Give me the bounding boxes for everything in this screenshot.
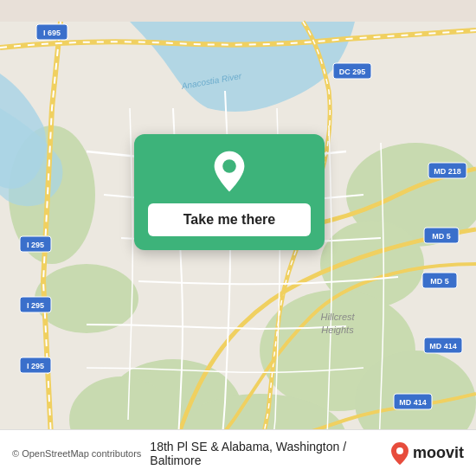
svg-text:Hillcrest: Hillcrest (320, 312, 355, 322)
svg-text:MD 414: MD 414 (429, 342, 457, 351)
take-me-there-button[interactable]: Take me there (148, 203, 311, 236)
svg-text:MD 218: MD 218 (434, 167, 461, 176)
attribution-text: © OpenStreetMap contributors (12, 448, 141, 459)
location-card: Take me there (134, 134, 325, 250)
svg-text:I 295: I 295 (27, 362, 44, 370)
location-pin-icon (207, 150, 252, 195)
svg-text:I 295: I 295 (27, 301, 44, 310)
moovit-logo: moovit (390, 441, 464, 466)
moovit-pin-icon (390, 441, 409, 466)
svg-text:I 295: I 295 (27, 241, 44, 249)
moovit-brand-name: moovit (413, 444, 464, 462)
bottom-bar: © OpenStreetMap contributors 18th Pl SE … (0, 429, 476, 476)
svg-text:MD 5: MD 5 (432, 232, 451, 241)
svg-point-34 (222, 159, 236, 173)
svg-text:MD 414: MD 414 (399, 398, 427, 407)
map-container: I 695 I 295 I 295 I 295 DC 295 MD 218 MD… (0, 0, 476, 476)
svg-point-35 (396, 447, 403, 454)
svg-text:DC 295: DC 295 (339, 68, 366, 76)
location-text: 18th Pl SE & Alabama, Washington / Balti… (150, 440, 382, 467)
svg-text:Heights: Heights (321, 325, 354, 335)
svg-text:MD 5: MD 5 (430, 277, 449, 286)
svg-text:I 695: I 695 (43, 29, 61, 37)
